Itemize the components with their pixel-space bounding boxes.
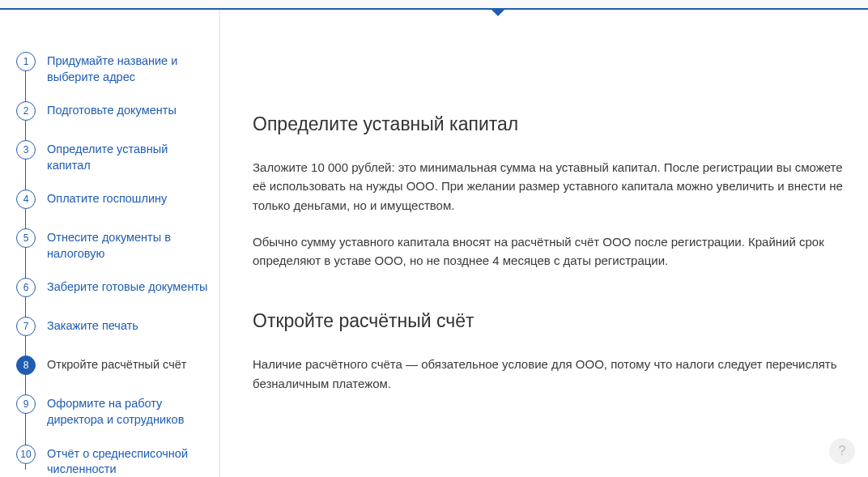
step-number-badge: 2 (16, 101, 36, 121)
content-area: Определите уставный капитал Заложите 10 … (220, 10, 868, 477)
step-number-badge: 1 (16, 52, 36, 71)
step-label: Определите уставный капитал (47, 137, 211, 173)
section-paragraph: Наличие расчётного счёта — обязательное … (253, 355, 844, 393)
step-label: Придумайте название и выберите адрес (47, 49, 211, 85)
step-7[interactable]: 7 Закажите печать (16, 307, 211, 346)
step-1[interactable]: 1 Придумайте название и выберите адрес (16, 42, 211, 92)
step-number-badge: 5 (16, 228, 36, 248)
step-label: Отнесите документы в налоговую (47, 225, 211, 262)
step-label: Закажите печать (47, 313, 138, 334)
steps-sidebar: 1 Придумайте название и выберите адрес 2… (0, 10, 220, 477)
step-label: Откройте расчётный счёт (47, 352, 186, 373)
step-5[interactable]: 5 Отнесите документы в налоговую (16, 219, 211, 268)
help-icon: ? (839, 444, 846, 458)
step-number-badge: 10 (16, 445, 36, 464)
steps-list: 1 Придумайте название и выберите адрес 2… (16, 42, 211, 477)
main-container: 1 Придумайте название и выберите адрес 2… (0, 10, 868, 477)
step-number-badge: 8 (16, 356, 36, 375)
step-number-badge: 3 (16, 140, 36, 160)
step-number-badge: 9 (16, 394, 36, 414)
step-number-badge: 4 (16, 190, 36, 209)
top-divider (0, 0, 868, 10)
step-label: Подготовьте документы (47, 98, 177, 119)
step-6[interactable]: 6 Заберите готовые документы (16, 268, 211, 307)
help-button[interactable]: ? (829, 438, 855, 464)
section-paragraph: Заложите 10 000 рублей: это минимальная … (253, 158, 844, 215)
section-heading-capital: Определите уставный капитал (253, 113, 844, 135)
step-number-badge: 6 (16, 278, 36, 297)
section-paragraph: Обычно сумму уставного капитала вносят н… (253, 232, 844, 270)
step-number-badge: 7 (16, 317, 36, 336)
step-3[interactable]: 3 Определите уставный капитал (16, 130, 211, 180)
step-2[interactable]: 2 Подготовьте документы (16, 92, 211, 130)
step-4[interactable]: 4 Оплатите госпошлину (16, 180, 211, 219)
step-label: Оплатите госпошлину (47, 186, 167, 207)
section-heading-account: Откройте расчётный счёт (253, 310, 844, 332)
step-9[interactable]: 9 Оформите на работу директора и сотрудн… (16, 385, 211, 434)
step-label: Заберите готовые документы (47, 275, 207, 296)
step-10[interactable]: 10 Отчёт о среднесписочной численности (16, 435, 211, 478)
step-8[interactable]: 8 Откройте расчётный счёт (16, 346, 211, 385)
step-label: Отчёт о среднесписочной численности (47, 441, 211, 478)
step-label: Оформите на работу директора и сотрудник… (47, 391, 211, 428)
